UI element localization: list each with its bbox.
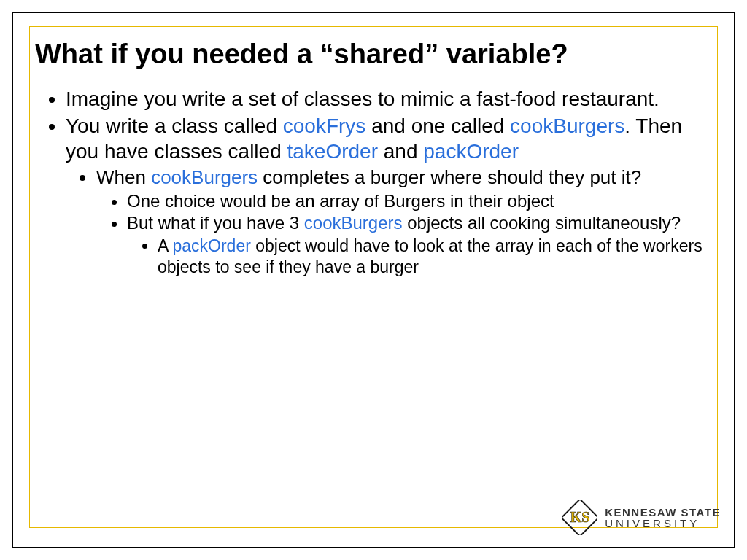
bullet-item: But what if you have 3 cookBurgers objec…: [127, 212, 712, 278]
logo-line1: KENNESAW STATE: [605, 507, 721, 518]
bullet-text: A: [158, 236, 172, 255]
bullet-text: When: [96, 166, 151, 188]
keyword: packOrder: [172, 236, 250, 255]
sub-bullet-list: One choice would be an array of Burgers …: [96, 190, 712, 278]
bullet-item: When cookBurgers completes a burger wher…: [96, 166, 712, 278]
bullet-item: A packOrder object would have to look at…: [158, 236, 712, 278]
keyword: cookBurgers: [510, 114, 624, 137]
bullet-text: But what if you have 3: [127, 213, 304, 233]
svg-text:KS: KS: [570, 509, 590, 525]
bullet-text: Imagine you write a set of classes to mi…: [66, 88, 659, 110]
university-logo: KS KENNESAW STATE UNIVERSITY: [562, 500, 721, 535]
sub-bullet-list: When cookBurgers completes a burger wher…: [66, 166, 712, 278]
slide-content: What if you needed a “shared” variable? …: [35, 39, 712, 519]
bullet-item: One choice would be an array of Burgers …: [127, 190, 712, 212]
bullet-text: and: [378, 140, 423, 163]
ks-logo-icon: KS: [562, 500, 597, 535]
bullet-item: Imagine you write a set of classes to mi…: [66, 86, 712, 112]
bullet-text: You write a class called: [66, 114, 283, 137]
bullet-text: completes a burger where should they put…: [258, 166, 641, 188]
bullet-text: objects all cooking simultaneously?: [403, 213, 681, 233]
bullet-item: You write a class called cookFrys and on…: [66, 113, 712, 278]
slide-title: What if you needed a “shared” variable?: [35, 39, 712, 70]
bullet-text: One choice would be an array of Burgers …: [127, 191, 554, 211]
logo-line2: UNIVERSITY: [605, 518, 721, 529]
keyword: packOrder: [423, 140, 519, 163]
logo-text: KENNESAW STATE UNIVERSITY: [605, 507, 721, 529]
keyword: cookFrys: [283, 114, 366, 137]
bullet-list: Imagine you write a set of classes to mi…: [35, 86, 712, 278]
keyword: takeOrder: [287, 140, 379, 163]
bullet-text: and one called: [365, 114, 510, 137]
keyword: cookBurgers: [151, 166, 258, 188]
sub-bullet-list: A packOrder object would have to look at…: [127, 236, 712, 278]
keyword: cookBurgers: [304, 213, 403, 233]
